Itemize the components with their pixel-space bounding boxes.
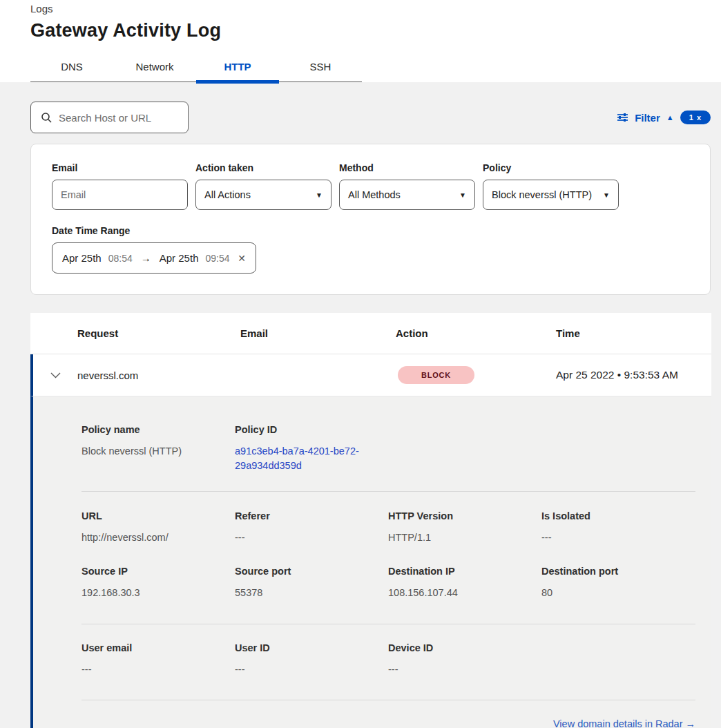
policy-label: Policy xyxy=(483,162,619,173)
detail-referer: Referer --- xyxy=(235,510,388,545)
start-date[interactable]: Apr 25th xyxy=(62,252,102,264)
destination-ip-label: Destination IP xyxy=(388,566,541,577)
user-email-label: User email xyxy=(81,642,235,653)
http-version-label: HTTP Version xyxy=(388,510,541,521)
tab-bar: DNS Network HTTP SSH xyxy=(30,54,362,82)
policy-select[interactable]: Block neverssl (HTTP) ▼ xyxy=(483,180,619,210)
device-id-value: --- xyxy=(388,662,541,677)
filter-field-action-taken: Action taken All Actions ▼ xyxy=(195,162,331,210)
destination-port-value: 80 xyxy=(541,586,695,600)
end-time[interactable]: 09:54 xyxy=(205,253,229,264)
email-label: Email xyxy=(52,162,188,173)
detail-policy-name: Policy name Block neverssl (HTTP) xyxy=(81,424,235,473)
chevron-down-icon: ▼ xyxy=(459,191,466,199)
device-id-label: Device ID xyxy=(388,642,541,653)
clear-date-icon[interactable]: ✕ xyxy=(238,253,246,264)
tab-network[interactable]: Network xyxy=(113,54,196,82)
referer-value: --- xyxy=(235,530,388,545)
tab-ssh[interactable]: SSH xyxy=(279,54,362,82)
expand-chevron-icon[interactable] xyxy=(33,372,77,379)
chevron-down-icon: ▼ xyxy=(316,191,323,199)
page-title: Gateway Activity Log xyxy=(30,20,721,41)
toolbar: Filter ▲ 1 x xyxy=(30,102,711,133)
search-input[interactable] xyxy=(59,112,178,124)
destination-ip-value: 108.156.107.44 xyxy=(388,586,541,600)
column-header-action: Action xyxy=(396,327,556,339)
is-isolated-label: Is Isolated xyxy=(541,510,695,521)
policy-name-value: Block neverssl (HTTP) xyxy=(81,444,235,459)
row-action: BLOCK xyxy=(396,366,556,384)
http-version-value: HTTP/1.1 xyxy=(388,530,541,545)
action-taken-label: Action taken xyxy=(195,162,331,173)
detail-policy-id: Policy ID a91c3eb4-ba7a-4201-be72-29a934… xyxy=(235,424,388,473)
source-ip-label: Source IP xyxy=(81,566,235,577)
detail-destination-port: Destination port 80 xyxy=(541,566,695,600)
filter-field-date-range: Date Time Range Apr 25th 08:54 → Apr 25t… xyxy=(52,225,689,274)
search-icon xyxy=(41,112,52,123)
arrow-right-icon: → xyxy=(140,252,153,264)
filter-panel: Email Action taken All Actions ▼ Method … xyxy=(30,144,711,295)
detail-http-version: HTTP Version HTTP/1.1 xyxy=(388,510,541,545)
column-header-time: Time xyxy=(556,327,711,339)
action-taken-select[interactable]: All Actions ▼ xyxy=(195,180,331,210)
filter-toggle[interactable]: Filter ▲ 1 x xyxy=(617,111,711,124)
detail-user-id: User ID --- xyxy=(235,642,388,677)
filter-field-method: Method All Methods ▼ xyxy=(339,162,475,210)
row-request: neverssl.com xyxy=(77,370,240,381)
filter-label: Filter xyxy=(635,112,660,124)
source-port-value: 55378 xyxy=(235,586,388,600)
user-email-value: --- xyxy=(81,662,235,677)
detail-source-port: Source port 55378 xyxy=(235,566,388,600)
date-range-label: Date Time Range xyxy=(52,225,689,236)
column-header-email: Email xyxy=(240,327,396,339)
policy-name-label: Policy name xyxy=(81,424,235,435)
status-badge: BLOCK xyxy=(398,366,474,384)
user-id-value: --- xyxy=(235,662,388,677)
referer-label: Referer xyxy=(235,510,388,521)
table-header-row: Request Email Action Time xyxy=(30,313,711,354)
method-select[interactable]: All Methods ▼ xyxy=(339,180,475,210)
column-header-request: Request xyxy=(77,327,240,339)
end-date[interactable]: Apr 25th xyxy=(160,252,199,264)
radar-details-link[interactable]: View domain details in Radar → xyxy=(553,718,695,728)
search-box[interactable] xyxy=(30,102,189,133)
detail-url: URL http://neverssl.com/ xyxy=(81,510,235,545)
filter-field-policy: Policy Block neverssl (HTTP) ▼ xyxy=(483,162,619,210)
table-row[interactable]: neverssl.com BLOCK Apr 25 2022 • 9:53:53… xyxy=(30,354,711,396)
email-input[interactable] xyxy=(61,189,179,200)
action-taken-value: All Actions xyxy=(204,189,251,200)
start-time[interactable]: 08:54 xyxy=(108,253,133,264)
url-label: URL xyxy=(81,510,235,521)
filter-field-email: Email xyxy=(52,162,188,210)
row-details-panel: Policy name Block neverssl (HTTP) Policy… xyxy=(30,396,711,728)
chevron-up-icon: ▲ xyxy=(666,113,674,122)
url-value: http://neverssl.com/ xyxy=(81,530,235,545)
chevron-down-icon: ▼ xyxy=(603,191,610,199)
detail-is-isolated: Is Isolated --- xyxy=(541,510,695,545)
source-port-label: Source port xyxy=(235,566,388,577)
policy-id-label: Policy ID xyxy=(235,424,388,435)
detail-destination-ip: Destination IP 108.156.107.44 xyxy=(388,566,541,600)
detail-device-id: Device ID --- xyxy=(388,642,541,677)
source-ip-value: 192.168.30.3 xyxy=(81,586,235,600)
tab-http[interactable]: HTTP xyxy=(196,54,279,82)
detail-user-email: User email --- xyxy=(81,642,235,677)
filter-count-badge[interactable]: 1 x xyxy=(680,111,711,124)
user-id-label: User ID xyxy=(235,642,388,653)
is-isolated-value: --- xyxy=(541,530,695,545)
policy-value: Block neverssl (HTTP) xyxy=(492,189,592,200)
row-time: Apr 25 2022 • 9:53:53 AM xyxy=(556,369,711,381)
page-header: Logs Gateway Activity Log DNS Network HT… xyxy=(0,0,721,82)
breadcrumb[interactable]: Logs xyxy=(30,3,721,15)
date-range-picker[interactable]: Apr 25th 08:54 → Apr 25th 09:54 ✕ xyxy=(52,242,256,274)
tab-dns[interactable]: DNS xyxy=(30,54,113,82)
method-value: All Methods xyxy=(348,189,401,200)
filter-icon xyxy=(617,112,628,123)
detail-source-ip: Source IP 192.168.30.3 xyxy=(81,566,235,600)
policy-id-link[interactable]: a91c3eb4-ba7a-4201-be72-29a934dd359d xyxy=(235,444,369,473)
method-label: Method xyxy=(339,162,475,173)
destination-port-label: Destination port xyxy=(541,566,695,577)
log-table: Request Email Action Time neverssl.com B… xyxy=(30,313,711,728)
